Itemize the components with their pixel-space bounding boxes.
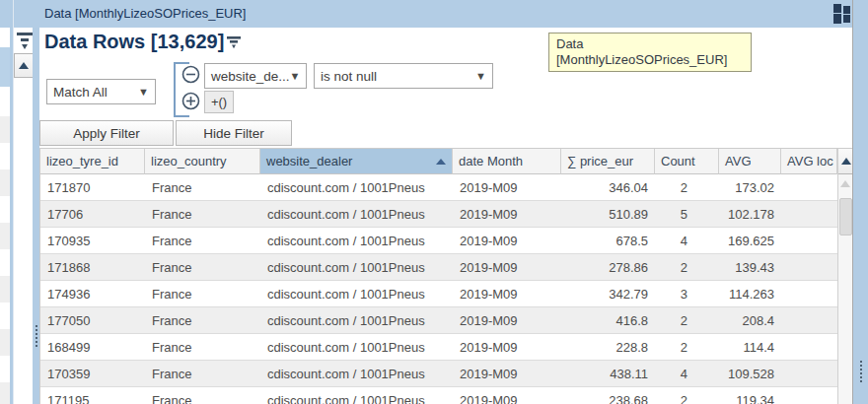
left-panel-fragment (0, 0, 10, 404)
table-row[interactable]: 177050Francecdiscount.com / 1001Pneus201… (40, 307, 837, 334)
table-row[interactable]: 17706Francecdiscount.com / 1001Pneus2019… (40, 201, 837, 228)
cell-avg: 173.02 (719, 174, 781, 200)
app-windows-icon[interactable] (833, 4, 851, 24)
cell-lizeo-tyre-id: 171868 (40, 254, 145, 280)
cell--price-eur: 438.11 (561, 361, 655, 386)
cell-avg-loc (781, 174, 837, 200)
panel-splitter-mid[interactable] (33, 28, 39, 404)
column-header-lizeo-tyre-id[interactable]: lizeo_tyre_id (40, 149, 145, 174)
filter-icon[interactable] (16, 31, 34, 50)
splitter-drag-handle[interactable] (36, 325, 37, 347)
cell-avg: 169.625 (719, 228, 781, 253)
column-header-count[interactable]: Count (655, 149, 719, 174)
cell-avg: 119.34 (719, 387, 781, 404)
cell-website-dealer: cdiscount.com / 1001Pneus (260, 361, 453, 386)
table-row[interactable]: 170359Francecdiscount.com / 1001Pneus201… (40, 361, 837, 387)
cell-count: 2 (655, 334, 719, 360)
cell-avg: 208.4 (719, 307, 781, 333)
cell-lizeo-tyre-id: 171870 (40, 174, 145, 200)
filter-operator-select[interactable]: is not null ▼ (314, 63, 493, 89)
add-group-button[interactable]: +() (204, 91, 234, 113)
table-row[interactable]: 171868Francecdiscount.com / 1001Pneus201… (40, 254, 837, 281)
column-header-avg-loc[interactable]: AVG loc (781, 149, 837, 174)
column-header-website-dealer[interactable]: website_dealer (260, 149, 453, 174)
column-header-label: lizeo_country (151, 154, 227, 168)
sort-ascending-icon (436, 159, 446, 165)
cell--price-eur: 510.89 (561, 201, 655, 227)
cell-count: 3 (655, 281, 719, 306)
cell-website-dealer: cdiscount.com / 1001Pneus (260, 281, 453, 306)
cell-avg-loc (781, 361, 837, 386)
cell-lizeo-country: France (145, 174, 260, 200)
cell-lizeo-country: France (145, 228, 260, 253)
cell-avg: 114.263 (719, 281, 781, 306)
column-header-label: ∑ price_eur (567, 154, 633, 168)
window-titlebar[interactable]: Data [MonthlyLizeoSOPrices_EUR] (14, 0, 852, 28)
column-header-label: AVG loc (787, 154, 833, 168)
scroll-up-icon (841, 158, 851, 165)
table-body: 171870Francecdiscount.com / 1001Pneus201… (40, 174, 837, 404)
table-row[interactable]: 171870Francecdiscount.com / 1001Pneus201… (40, 174, 837, 201)
column-header-label: date Month (459, 154, 523, 168)
scroll-up-button-table[interactable] (838, 149, 852, 174)
column-header-date-month[interactable]: date Month (453, 149, 561, 174)
add-condition-button[interactable] (181, 92, 200, 110)
table-scrollbar[interactable] (837, 149, 852, 404)
column-header-lizeo-country[interactable]: lizeo_country (145, 149, 260, 174)
filter-field-select[interactable]: website_de... ▼ (204, 63, 307, 89)
chevron-down-icon: ▼ (290, 70, 301, 82)
left-panel-titlebar (0, 0, 10, 28)
tooltip-line2: [MonthlyLizeoSOPrices_EUR] (556, 52, 744, 68)
cell-website-dealer: cdiscount.com / 1001Pneus (260, 254, 453, 280)
cell-lizeo-country: France (145, 307, 260, 333)
cell-avg-loc (781, 281, 837, 306)
scrollbar-thumb[interactable] (839, 198, 852, 236)
cell-lizeo-tyre-id: 174936 (40, 281, 145, 306)
cell-website-dealer: cdiscount.com / 1001Pneus (260, 174, 453, 200)
cell-lizeo-tyre-id: 170359 (40, 361, 145, 386)
tooltip-line1: Data (556, 36, 744, 52)
table-row[interactable]: 168499Francecdiscount.com / 1001Pneus201… (40, 334, 837, 361)
cell-avg-loc (781, 201, 837, 227)
left-panel-row-stripe (0, 223, 10, 249)
cell-lizeo-tyre-id: 168499 (40, 334, 145, 360)
table-row[interactable]: 170935Francecdiscount.com / 1001Pneus201… (40, 228, 837, 254)
remove-condition-button[interactable] (181, 65, 200, 84)
cell-lizeo-country: France (145, 254, 260, 280)
match-mode-select[interactable]: Match All ▼ (46, 79, 156, 104)
panel-splitter-right[interactable] (852, 0, 868, 404)
cell-avg-loc (781, 307, 837, 333)
left-panel-row-stripe (0, 329, 10, 356)
title-filter-icon[interactable] (226, 35, 242, 49)
cell-website-dealer: cdiscount.com / 1001Pneus (260, 228, 453, 253)
cell-avg: 139.43 (719, 254, 781, 280)
cell-count: 2 (655, 174, 719, 200)
scrollbar-ghost-arrow (840, 180, 850, 187)
match-mode-value: Match All (53, 85, 108, 100)
cell-date-month: 2019-M09 (453, 334, 561, 360)
cell-avg-loc (781, 254, 837, 280)
column-header--price-eur[interactable]: ∑ price_eur (561, 149, 655, 174)
cell-avg-loc (781, 228, 837, 253)
cell-avg: 109.528 (719, 361, 781, 386)
table-row[interactable]: 174936Francecdiscount.com / 1001Pneus201… (40, 281, 837, 307)
scroll-up-button-left[interactable] (14, 53, 34, 78)
filter-operator-value: is not null (321, 69, 377, 84)
cell--price-eur: 228.8 (561, 334, 655, 360)
cell-count: 4 (655, 361, 719, 386)
cell--price-eur: 678.5 (561, 228, 655, 253)
cell-avg-loc (781, 387, 837, 404)
page-title: Data Rows [13,629] (44, 31, 224, 53)
left-panel-row-stripe (0, 116, 10, 143)
splitter-drag-handle[interactable] (860, 361, 862, 382)
apply-filter-button[interactable]: Apply Filter (39, 120, 174, 146)
hide-filter-button[interactable]: Hide Filter (176, 120, 292, 146)
left-panel-row-stripe (0, 382, 10, 404)
column-header-avg[interactable]: AVG (719, 149, 781, 174)
table-row[interactable]: 171195Francecdiscount.com / 1001Pneus201… (40, 387, 837, 404)
cell-website-dealer: cdiscount.com / 1001Pneus (260, 307, 453, 333)
cell-count: 2 (655, 307, 719, 333)
cell-date-month: 2019-M09 (453, 387, 561, 404)
cell-avg: 102.178 (719, 201, 781, 227)
tooltip: Data [MonthlyLizeoSOPrices_EUR] (548, 33, 752, 72)
